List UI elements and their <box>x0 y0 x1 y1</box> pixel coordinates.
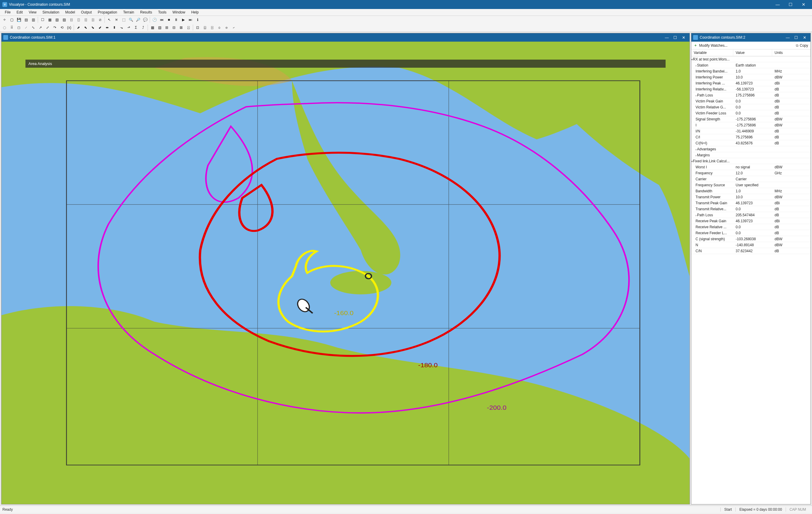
watch-row[interactable]: Receive Relative ...0.0dB <box>691 224 811 230</box>
toolbar-button[interactable]: ⊠ <box>178 24 184 31</box>
toolbar-button[interactable]: ⬈ <box>75 24 82 31</box>
toolbar-button[interactable]: ⠿ <box>8 24 15 31</box>
toolbar-button[interactable]: ▧ <box>156 24 163 31</box>
toolbar-button[interactable]: ⬎ <box>118 24 125 31</box>
toolbar-button[interactable]: ▦ <box>149 24 156 31</box>
watch-row[interactable]: Signal Strength-175.275696dBW <box>691 116 811 122</box>
toolbar-button[interactable]: ▶ <box>180 17 186 23</box>
toolbar-button[interactable]: ⟋ <box>23 24 29 31</box>
watch-maximize-button[interactable]: ☐ <box>792 35 800 40</box>
toolbar-button[interactable]: ⍃ <box>82 17 89 23</box>
header-value[interactable]: Value <box>733 50 772 56</box>
toolbar-button[interactable]: ▥ <box>30 17 36 23</box>
watch-close-button[interactable]: ✕ <box>800 35 809 40</box>
toolbar-button[interactable]: ⎚ <box>97 17 103 23</box>
toolbar-button[interactable]: ⌸ <box>68 17 75 23</box>
toolbar-button[interactable]: ⬏ <box>125 24 132 31</box>
menu-file[interactable]: File <box>2 9 13 16</box>
watch-row[interactable]: Receive Feeder L...0.0dB <box>691 230 811 236</box>
watch-row[interactable]: ▹Path Loss205.547484dB <box>691 212 811 218</box>
toolbar-button[interactable]: ⏭ <box>187 17 194 23</box>
watch-row[interactable]: Transmit Relative...0.0dB <box>691 206 811 212</box>
watch-row[interactable]: I-175.275696dBW <box>691 122 811 128</box>
map-minimize-button[interactable]: — <box>663 35 671 40</box>
toolbar-button[interactable]: 💾 <box>16 17 22 23</box>
toolbar-button[interactable]: 🔎 <box>135 17 141 23</box>
toolbar-button[interactable]: ■ <box>166 17 172 23</box>
menu-window[interactable]: Window <box>170 9 188 16</box>
watch-row[interactable]: I/N-31.446909dB <box>691 128 811 134</box>
toolbar-button[interactable]: ⏸ <box>173 17 179 23</box>
toolbar-button[interactable]: ☐ <box>39 17 46 23</box>
toolbar-button[interactable]: ⍄ <box>89 17 96 23</box>
toolbar-button[interactable]: ⬋ <box>97 24 103 31</box>
menu-view[interactable]: View <box>26 9 39 16</box>
watch-row[interactable]: Bandwidth1.0MHz <box>691 188 811 194</box>
watch-row[interactable]: Interfering Bandwi...1.0MHz <box>691 68 811 74</box>
toolbar-button[interactable]: ⊡ <box>194 24 201 31</box>
toolbar-button[interactable]: 🔍 <box>127 17 134 23</box>
toolbar-button[interactable]: ⌾ <box>223 24 230 31</box>
menu-tools[interactable]: Tools <box>155 9 170 16</box>
toolbar-button[interactable]: ⤡ <box>30 24 36 31</box>
toolbar-button[interactable]: ⤢ <box>44 24 51 31</box>
map-maximize-button[interactable]: ☐ <box>671 35 679 40</box>
watch-row[interactable]: Victim Relative G...0.0dB <box>691 104 811 110</box>
watch-row[interactable]: C/(N+I)43.825676dB <box>691 140 811 146</box>
toolbar-button[interactable]: 💬 <box>142 17 148 23</box>
toolbar-button[interactable]: ⬉ <box>82 24 89 31</box>
toolbar-button[interactable]: ↗ <box>37 24 44 31</box>
watch-row[interactable]: C (signal strength)-103.268038dBW <box>691 236 811 242</box>
toolbar-button[interactable]: ◻ <box>16 24 22 31</box>
toolbar-button[interactable]: ▤ <box>23 17 29 23</box>
toolbar-button[interactable]: ⌽ <box>216 24 223 31</box>
toolbar-button[interactable]: ⏮ <box>158 17 165 23</box>
menu-edit[interactable]: Edit <box>13 9 26 16</box>
header-variable[interactable]: Variable <box>691 50 733 56</box>
watch-group[interactable]: ▾Fixed link.Link Calcul... <box>691 158 811 164</box>
toolbar-button[interactable]: ▧ <box>54 17 60 23</box>
toolbar-button[interactable]: 🕑 <box>151 17 158 23</box>
toolbar-button[interactable]: ▢ <box>8 17 15 23</box>
toolbar-button[interactable]: (x) <box>66 24 72 31</box>
toolbar-button[interactable]: ✧ <box>1 17 8 23</box>
watch-row[interactable]: ▹Path Loss175.275696dB <box>691 92 811 98</box>
watch-row[interactable]: Transmit Power10.0dBW <box>691 194 811 200</box>
watch-row[interactable]: Worst Ino signaldBW <box>691 164 811 170</box>
toolbar-button[interactable]: ⤴ <box>140 24 146 31</box>
toolbar-button[interactable]: ⌼ <box>202 24 208 31</box>
toolbar-button[interactable]: ⍓ <box>185 24 192 31</box>
menu-results[interactable]: Results <box>137 9 155 16</box>
watch-row[interactable]: Interfering Relativ...-56.139723dB <box>691 86 811 92</box>
watch-row[interactable]: ▹Advantages <box>691 146 811 152</box>
watch-row[interactable]: Transmit Peak Gain46.139723dBi <box>691 200 811 206</box>
map-close-button[interactable]: ✕ <box>679 35 688 40</box>
menu-output[interactable]: Output <box>78 9 95 16</box>
menu-help[interactable]: Help <box>188 9 202 16</box>
toolbar-button[interactable]: ⌿ <box>230 24 237 31</box>
menu-terrain[interactable]: Terrain <box>120 9 137 16</box>
toolbar-button[interactable]: ◌ <box>1 24 8 31</box>
toolbar-button[interactable]: ⌹ <box>75 17 82 23</box>
toolbar-button[interactable]: ⬊ <box>89 24 96 31</box>
toolbar-button[interactable]: ⬌ <box>104 24 111 31</box>
watch-row[interactable]: Frequency12.0GHz <box>691 170 811 176</box>
watch-row[interactable]: Interfering Power10.0dBW <box>691 74 811 80</box>
watch-row[interactable]: C/N37.623442dB <box>691 248 811 254</box>
toolbar-button[interactable]: ⟲ <box>59 24 65 31</box>
watch-row[interactable]: Victim Peak Gain0.0dBi <box>691 98 811 104</box>
toolbar-button[interactable]: ↷ <box>52 24 58 31</box>
watch-minimize-button[interactable]: — <box>784 35 792 40</box>
toolbar-button[interactable]: ▨ <box>61 17 67 23</box>
minimize-button[interactable]: — <box>772 2 784 7</box>
menu-simulation[interactable]: Simulation <box>39 9 62 16</box>
toolbar-button[interactable]: ⤧ <box>113 17 120 23</box>
map-canvas[interactable]: Area Analysis <box>1 41 690 504</box>
toolbar-button[interactable]: ⬍ <box>111 24 118 31</box>
watch-body[interactable]: ▾RX at test point.Wors...▹StationEarth s… <box>691 56 811 504</box>
copy-button[interactable]: Copy <box>800 44 808 48</box>
toolbar-button[interactable]: ⌻ <box>209 24 215 31</box>
watch-row[interactable]: C/I75.275696dB <box>691 134 811 140</box>
header-units[interactable]: Units <box>772 50 811 56</box>
toolbar-button[interactable]: ⊞ <box>164 24 170 31</box>
